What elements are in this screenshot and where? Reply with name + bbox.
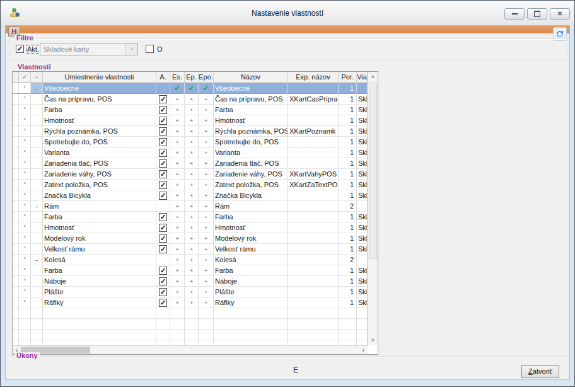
- checkbox-tick-icon: ✓: [160, 107, 166, 113]
- collapse-icon[interactable]: -: [31, 255, 43, 265]
- table-row[interactable]: °Náboje✓+++Náboje1Skl: [13, 276, 368, 287]
- row-checkbox[interactable]: ✓: [159, 267, 167, 275]
- table-row[interactable]: °Zatext položka, POS✓+++Zatext položka, …: [13, 180, 368, 190]
- table-row[interactable]: °Plášte✓+++Plášte1Skl: [13, 287, 368, 297]
- header-nazov[interactable]: Názov: [214, 72, 288, 83]
- dropdown-arrow-icon[interactable]: ˅: [125, 43, 137, 55]
- table-row[interactable]: °Čas na prípravu, POS✓+++Čas na prípravu…: [13, 94, 368, 105]
- header-epo[interactable]: Epo.: [199, 72, 214, 83]
- table-row[interactable]: °Hmotnosť✓+++Hmotnosť1Skl: [13, 222, 368, 233]
- restore-button[interactable]: [527, 8, 547, 20]
- table-row[interactable]: °Rýchla poznámka, POS✓+++Rýchla poznámka…: [13, 126, 368, 137]
- cell-placement: Zatext položka, POS: [43, 180, 156, 190]
- o-checkbox[interactable]: [146, 45, 154, 53]
- row-indicator: [13, 212, 19, 222]
- table-row-empty: [13, 319, 368, 330]
- collapse-icon[interactable]: -: [31, 83, 43, 94]
- close-dialog-button[interactable]: Zatvoriť: [521, 365, 559, 378]
- table-row[interactable]: °Farba✓+++Farba1Skl: [13, 105, 368, 115]
- dot-icon: +: [176, 139, 179, 145]
- row-checkbox[interactable]: ✓: [159, 299, 167, 307]
- vertical-scrollbar[interactable]: ˄ ˅: [368, 72, 378, 345]
- header-exp-nazov[interactable]: Exp. názov: [288, 72, 339, 83]
- row-checkbox[interactable]: ✓: [159, 213, 167, 221]
- table-row[interactable]: °Ráfiky✓+++Ráfiky1Skl: [13, 297, 368, 308]
- row-checkbox[interactable]: ✓: [159, 192, 167, 200]
- row-indicator: [13, 147, 19, 158]
- cell-epo: +: [199, 255, 214, 265]
- header-es[interactable]: Es.: [170, 72, 185, 83]
- scroll-right-icon[interactable]: ›: [359, 346, 368, 354]
- header-via[interactable]: Via: [357, 72, 368, 83]
- table-row[interactable]: °-Všeobecné✓✓✓Všeobecné1: [13, 83, 368, 94]
- empty-cell: [214, 340, 288, 345]
- collapse-icon[interactable]: -: [31, 201, 43, 212]
- row-checkbox[interactable]: ✓: [159, 127, 167, 135]
- checkbox-tick-icon: ✓: [160, 278, 166, 285]
- row-checkbox[interactable]: ✓: [159, 288, 167, 296]
- row-checkbox[interactable]: ✓: [159, 170, 167, 178]
- cell-via: [357, 83, 368, 94]
- vertical-scroll-thumb[interactable]: [369, 83, 377, 259]
- akt-checkbox-label[interactable]: Akt.: [26, 45, 40, 53]
- header-collapse[interactable]: -: [31, 72, 43, 83]
- akt-checkbox[interactable]: ✓: [16, 45, 24, 53]
- cell-exp-nazov: [288, 244, 339, 255]
- table-row[interactable]: °Zariadenia tlač, POS✓+++Zariadenia tlač…: [13, 158, 368, 169]
- row-checkbox[interactable]: ✓: [159, 149, 167, 157]
- close-window-button[interactable]: ✕: [550, 8, 570, 20]
- horizontal-scrollbar[interactable]: ‹ ›: [13, 345, 368, 354]
- header-a[interactable]: A.: [156, 72, 170, 83]
- cell-a: ✓: [156, 180, 170, 190]
- checkbox-tick-icon: ✓: [160, 235, 166, 242]
- cell-por: 1: [339, 94, 357, 105]
- cell-ep: +: [185, 201, 199, 212]
- header-marker[interactable]: [13, 72, 19, 83]
- row-marker-icon: °: [19, 244, 31, 255]
- checkbox-tick-icon: ✓: [160, 192, 166, 199]
- row-marker-icon: °: [19, 222, 31, 233]
- scroll-down-icon[interactable]: ˅: [368, 335, 378, 345]
- empty-cell: [288, 308, 339, 319]
- row-checkbox[interactable]: ✓: [159, 245, 167, 253]
- table-row[interactable]: °Farba✓+++Farba1Skl: [13, 212, 368, 222]
- o-checkbox-label[interactable]: O: [157, 45, 163, 53]
- table-row[interactable]: °Modelový rok✓+++Modelový rok1Skl: [13, 233, 368, 244]
- table-row[interactable]: °-Kolesá+++Kolesá2: [13, 255, 368, 265]
- table-row[interactable]: °Spotrebujte do, POS✓+++Spotrebujte do, …: [13, 137, 368, 147]
- row-checkbox[interactable]: ✓: [159, 234, 167, 243]
- row-checkbox[interactable]: ✓: [159, 159, 167, 168]
- row-marker-icon: °: [19, 180, 31, 190]
- table-row[interactable]: °Farba✓+++Farba1Skl: [13, 265, 368, 276]
- table-row[interactable]: °Zariadenie váhy, POS✓+++Zariadenie váhy…: [13, 169, 368, 180]
- category-dropdown[interactable]: Skladové karty ˅: [40, 43, 138, 55]
- row-checkbox[interactable]: ✓: [159, 106, 167, 114]
- cell-nazov: Všeobecné: [214, 83, 288, 94]
- dot-icon: +: [204, 300, 207, 306]
- table-row[interactable]: °Varianta✓+++Varianta1Skl: [13, 147, 368, 158]
- row-checkbox[interactable]: ✓: [159, 117, 167, 125]
- empty-cell: [13, 308, 19, 319]
- scroll-up-icon[interactable]: ˄: [368, 72, 378, 82]
- row-checkbox[interactable]: ✓: [159, 95, 167, 103]
- cell-exp-nazov: XKartCasPripra: [288, 94, 339, 105]
- table-row[interactable]: °Značka Bicykla✓+++Značka Bicykla1Skl: [13, 190, 368, 201]
- table-row[interactable]: °-Rám+++Rám2: [13, 201, 368, 212]
- cell-via: Skl: [357, 233, 368, 244]
- cell-ep: +: [185, 255, 199, 265]
- header-placement[interactable]: Umiestnenie vlastnosti: [43, 72, 156, 83]
- table-row[interactable]: °Velkosť rámu✓+++Velkosť rámu1Skl: [13, 244, 368, 255]
- properties-label: Vlastnosti: [16, 63, 53, 71]
- row-checkbox[interactable]: ✓: [159, 224, 167, 232]
- minimize-button[interactable]: [504, 8, 525, 20]
- row-checkbox[interactable]: ✓: [159, 181, 167, 189]
- table-row[interactable]: °Hmotnosť✓+++Hmotnosť1Skl: [13, 115, 368, 126]
- header-por[interactable]: Por.: [339, 72, 357, 83]
- row-checkbox[interactable]: ✓: [159, 277, 167, 285]
- green-check-icon: ✓: [174, 84, 180, 93]
- row-checkbox[interactable]: ✓: [159, 138, 167, 146]
- header-ep[interactable]: Ep.: [185, 72, 199, 83]
- cell-ep: +: [185, 297, 199, 308]
- header-select[interactable]: ✓: [19, 72, 31, 83]
- empty-cell: [31, 340, 43, 345]
